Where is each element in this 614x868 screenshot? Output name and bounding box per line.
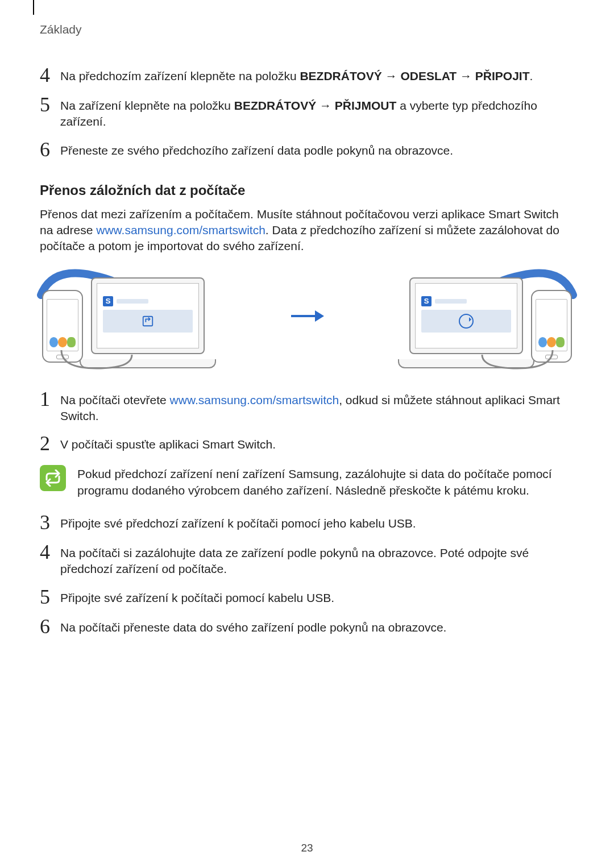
intro-paragraph: Přenos dat mezi zařízením a počítačem. M… bbox=[40, 206, 574, 255]
step-number: 6 bbox=[40, 616, 60, 637]
step-body: Připojte své předchozí zařízení k počíta… bbox=[60, 514, 574, 531]
step-item: 5 Na zařízení klepněte na položku BEZDRÁ… bbox=[40, 97, 574, 130]
app-body-placeholder bbox=[421, 310, 511, 333]
step-body: Připojte své zařízení k počítači pomocí … bbox=[60, 589, 574, 606]
illustration-row: S bbox=[40, 266, 574, 368]
step-number: 1 bbox=[40, 389, 60, 409]
illustration-restore: S bbox=[358, 266, 574, 368]
step-number: 4 bbox=[40, 65, 60, 85]
backup-icon bbox=[142, 315, 154, 327]
step-number: 5 bbox=[40, 587, 60, 607]
hyperlink[interactable]: www.samsung.com/smartswitch bbox=[96, 223, 265, 236]
svg-rect-1 bbox=[143, 316, 153, 326]
step-body: Na počítači přeneste data do svého zaříz… bbox=[60, 618, 574, 636]
step-number: 6 bbox=[40, 139, 60, 160]
section-header: Základy bbox=[40, 23, 574, 36]
phone-app-icon bbox=[58, 337, 67, 347]
page-tab-mark bbox=[26, 0, 34, 15]
phone-app-icon bbox=[538, 337, 547, 347]
step-body: Přeneste ze svého předchozího zařízení d… bbox=[60, 142, 574, 159]
note-icon bbox=[40, 465, 66, 491]
note-callout: Pokud předchozí zařízení není zařízení S… bbox=[40, 465, 574, 499]
smartswitch-badge-icon: S bbox=[421, 296, 432, 306]
step-item: 4 Na předchozím zařízení klepněte na pol… bbox=[40, 67, 574, 85]
phone-app-icon bbox=[547, 337, 555, 347]
step-item: 6 Na počítači přeneste data do svého zař… bbox=[40, 618, 574, 637]
old-phone-icon bbox=[42, 290, 83, 363]
step-list-a: 1 Na počítači otevřete www.samsung.com/s… bbox=[40, 391, 574, 454]
svg-marker-3 bbox=[315, 310, 324, 322]
step-list-b: 3 Připojte své předchozí zařízení k počí… bbox=[40, 514, 574, 637]
smartswitch-badge-icon: S bbox=[103, 296, 113, 306]
step-body: Na počítači otevřete www.samsung.com/sma… bbox=[60, 391, 574, 425]
subsection-heading: Přenos záložních dat z počítače bbox=[40, 182, 574, 198]
app-title-placeholder bbox=[117, 299, 148, 304]
step-item: 1 Na počítači otevřete www.samsung.com/s… bbox=[40, 391, 574, 425]
step-number: 3 bbox=[40, 512, 60, 533]
step-item: 3 Připojte své předchozí zařízení k počí… bbox=[40, 514, 574, 533]
illustration-backup: S bbox=[40, 266, 256, 368]
top-step-list: 4 Na předchozím zařízení klepněte na pol… bbox=[40, 67, 574, 160]
phone-app-icon bbox=[556, 337, 565, 347]
note-text: Pokud předchozí zařízení není zařízení S… bbox=[77, 465, 574, 499]
page-number: 23 bbox=[0, 842, 614, 854]
step-item: 6 Přeneste ze svého předchozího zařízení… bbox=[40, 142, 574, 160]
step-body: Na předchozím zařízení klepněte na polož… bbox=[60, 67, 574, 84]
app-title-placeholder bbox=[435, 299, 467, 304]
laptop-icon: S bbox=[398, 277, 534, 368]
step-item: 2 V počítači spusťte aplikaci Smart Swit… bbox=[40, 435, 574, 454]
app-body-placeholder bbox=[103, 310, 193, 333]
phone-app-icon bbox=[67, 337, 76, 347]
new-phone-icon bbox=[531, 290, 572, 363]
step-body: Na zařízení klepněte na položku BEZDRÁTO… bbox=[60, 97, 574, 130]
transfer-arrow-icon bbox=[290, 309, 324, 325]
document-page: Základy 4 Na předchozím zařízení klepnět… bbox=[0, 0, 614, 868]
step-body: Na počítači si zazálohujte data ze zaříz… bbox=[60, 544, 574, 578]
phone-app-icon bbox=[49, 337, 58, 347]
step-number: 2 bbox=[40, 433, 60, 454]
step-item: 5 Připojte své zařízení k počítači pomoc… bbox=[40, 589, 574, 607]
hyperlink[interactable]: www.samsung.com/smartswitch bbox=[170, 393, 339, 406]
step-number: 4 bbox=[40, 542, 60, 562]
step-item: 4 Na počítači si zazálohujte data ze zař… bbox=[40, 544, 574, 578]
step-body: V počítači spusťte aplikaci Smart Switch… bbox=[60, 435, 574, 452]
step-number: 5 bbox=[40, 94, 60, 115]
laptop-icon: S bbox=[80, 277, 216, 368]
restore-icon bbox=[459, 314, 474, 329]
